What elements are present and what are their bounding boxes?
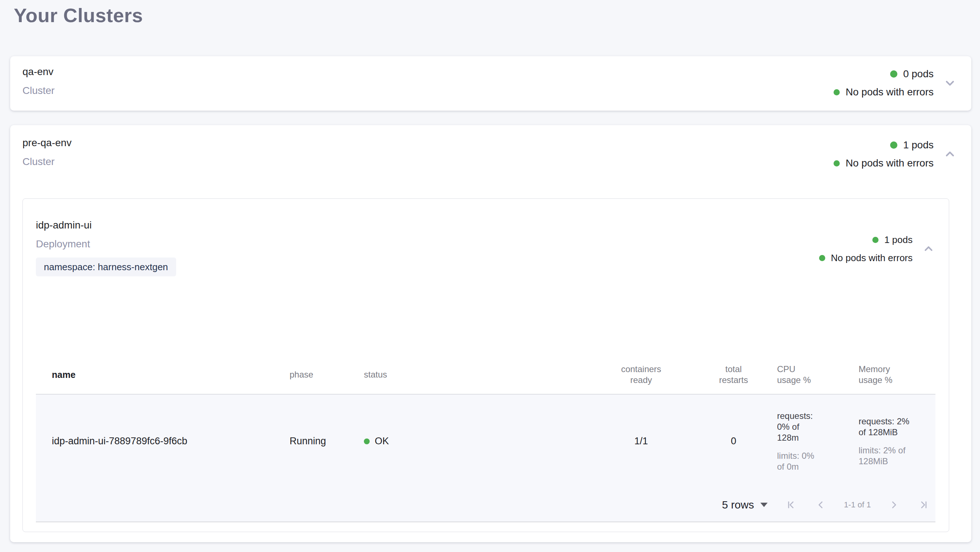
memory-usage-cell: requests: 2% of 128MiB limits: 2% of 128… [859, 394, 935, 488]
first-page-icon [784, 507, 797, 512]
cluster-card-header[interactable]: pre-qa-env Cluster 1 pods No pods with e… [22, 136, 958, 172]
chevron-up-icon [942, 158, 958, 164]
pods-count-label: 1 pods [884, 234, 913, 246]
chevron-left-icon [814, 507, 827, 512]
pods-status-dot [890, 142, 897, 149]
pods-summary: 1 pods No pods with errors [819, 231, 913, 267]
pod-status-label: OK [375, 436, 389, 447]
namespace-badge: namespace: harness-nextgen [36, 257, 176, 276]
cluster-card-header[interactable]: qa-env Cluster 0 pods No pods with error… [22, 65, 958, 101]
last-page-icon [917, 507, 930, 512]
cpu-usage-cell: requests: 0% of 128m limits: 0% of 0m [777, 394, 859, 488]
deployment-name: idp-admin-ui [36, 219, 176, 232]
cluster-type-label: Cluster [22, 84, 55, 97]
last-page-button[interactable] [917, 498, 930, 511]
pods-errors-label: No pods with errors [831, 252, 913, 264]
page-title: Your Clusters [14, 4, 980, 27]
cluster-card-qa-env: qa-env Cluster 0 pods No pods with error… [10, 56, 971, 111]
table-header-row: name phase status containers ready total… [36, 356, 935, 394]
pods-errors-label: No pods with errors [846, 157, 934, 169]
pods-table: name phase status containers ready total… [36, 356, 935, 522]
chevron-right-icon [888, 507, 900, 512]
first-page-button[interactable] [784, 498, 797, 511]
cpu-requests-label: requests: 0% of 128m [777, 410, 823, 443]
caret-down-icon [760, 503, 768, 507]
cluster-titles: pre-qa-env Cluster [22, 136, 72, 169]
column-header-total-restarts: total restarts [690, 356, 777, 394]
deployment-titles: idp-admin-ui Deployment namespace: harne… [36, 219, 176, 276]
cluster-name: pre-qa-env [22, 136, 72, 150]
column-header-name: name [36, 356, 290, 394]
deployment-type-label: Deployment [36, 237, 176, 251]
table-pagination: 5 rows [36, 488, 935, 522]
previous-page-button[interactable] [814, 498, 827, 511]
column-header-memory-usage: Memory usage % [859, 356, 935, 394]
pods-count-label: 0 pods [903, 68, 934, 80]
collapse-cluster-button[interactable] [942, 146, 958, 163]
cluster-titles: qa-env Cluster [22, 65, 55, 97]
total-restarts-cell: 0 [690, 394, 777, 488]
memory-limits-label: limits: 2% of 128MiB [859, 445, 913, 467]
ok-status-dot [364, 439, 370, 444]
chevron-up-icon [921, 252, 937, 258]
deployment-card-header[interactable]: idp-admin-ui Deployment namespace: harne… [36, 219, 937, 276]
cpu-limits-label: limits: 0% of 0m [777, 450, 823, 472]
pods-summary: 1 pods No pods with errors [834, 136, 934, 172]
next-page-button[interactable] [888, 498, 900, 511]
page-range-label: 1-1 of 1 [844, 500, 871, 510]
pods-errors-label: No pods with errors [846, 86, 934, 98]
deployment-card: idp-admin-ui Deployment namespace: harne… [22, 198, 949, 532]
cluster-type-label: Cluster [22, 155, 72, 169]
pod-phase-cell: Running [290, 394, 364, 488]
rows-per-page-select[interactable]: 5 rows [722, 499, 768, 511]
clusters-page: Your Clusters qa-env Cluster 0 pods No p… [0, 0, 980, 552]
pods-summary: 0 pods No pods with errors [834, 65, 934, 101]
pods-status-dot [890, 70, 897, 78]
column-header-containers-ready: containers ready [592, 356, 690, 394]
errors-status-dot [834, 160, 840, 166]
pods-count-label: 1 pods [903, 139, 934, 151]
cluster-name: qa-env [22, 65, 55, 79]
pod-status-cell: OK [364, 394, 592, 488]
column-header-status: status [364, 356, 592, 394]
table-row: idp-admin-ui-7889789fc6-9f6cb Running OK… [36, 394, 935, 488]
chevron-down-icon [942, 87, 958, 93]
errors-status-dot [834, 89, 840, 96]
cluster-card-pre-qa-env: pre-qa-env Cluster 1 pods No pods with e… [10, 125, 971, 542]
containers-ready-cell: 1/1 [592, 394, 690, 488]
column-header-cpu-usage: CPU usage % [777, 356, 859, 394]
expand-cluster-button[interactable] [942, 75, 958, 91]
memory-requests-label: requests: 2% of 128MiB [859, 416, 913, 438]
pod-name-cell: idp-admin-ui-7889789fc6-9f6cb [36, 394, 290, 488]
errors-status-dot [819, 255, 825, 261]
column-header-phase: phase [290, 356, 364, 394]
collapse-deployment-button[interactable] [921, 241, 937, 257]
rows-per-page-label: 5 rows [722, 499, 754, 511]
pods-status-dot [872, 237, 878, 243]
